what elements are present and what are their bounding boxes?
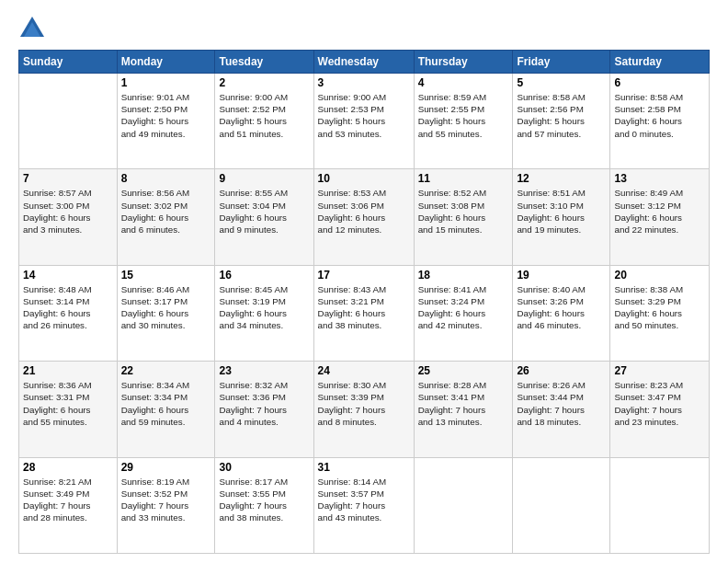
day-cell bbox=[414, 457, 513, 553]
day-info: Sunrise: 8:51 AM Sunset: 3:10 PM Dayligh… bbox=[517, 187, 606, 236]
day-number: 20 bbox=[614, 269, 705, 282]
day-info: Sunrise: 8:40 AM Sunset: 3:26 PM Dayligh… bbox=[517, 283, 606, 332]
day-info: Sunrise: 8:58 AM Sunset: 2:56 PM Dayligh… bbox=[517, 91, 606, 140]
day-number: 22 bbox=[121, 364, 211, 377]
day-number: 13 bbox=[614, 172, 705, 185]
day-number: 21 bbox=[23, 364, 113, 377]
day-number: 27 bbox=[614, 364, 705, 377]
day-cell bbox=[610, 457, 710, 553]
day-cell: 20Sunrise: 8:38 AM Sunset: 3:29 PM Dayli… bbox=[610, 265, 710, 361]
col-tuesday: Tuesday bbox=[215, 51, 313, 74]
day-number: 18 bbox=[418, 269, 509, 282]
day-cell bbox=[513, 457, 610, 553]
day-number: 19 bbox=[517, 269, 606, 282]
col-saturday: Saturday bbox=[610, 51, 710, 74]
day-cell: 4Sunrise: 8:59 AM Sunset: 2:55 PM Daylig… bbox=[414, 74, 513, 169]
header-row: Sunday Monday Tuesday Wednesday Thursday… bbox=[19, 51, 710, 74]
day-number: 3 bbox=[318, 76, 410, 89]
day-number: 6 bbox=[614, 76, 705, 89]
col-thursday: Thursday bbox=[414, 51, 513, 74]
day-cell: 23Sunrise: 8:32 AM Sunset: 3:36 PM Dayli… bbox=[215, 362, 313, 457]
day-number: 4 bbox=[418, 76, 509, 89]
day-cell: 1Sunrise: 9:01 AM Sunset: 2:50 PM Daylig… bbox=[117, 74, 215, 169]
col-wednesday: Wednesday bbox=[313, 51, 414, 74]
day-cell: 8Sunrise: 8:56 AM Sunset: 3:02 PM Daylig… bbox=[117, 169, 215, 265]
day-cell: 13Sunrise: 8:49 AM Sunset: 3:12 PM Dayli… bbox=[610, 169, 710, 265]
day-number: 30 bbox=[219, 461, 309, 474]
day-cell: 3Sunrise: 9:00 AM Sunset: 2:53 PM Daylig… bbox=[313, 74, 414, 169]
day-info: Sunrise: 8:28 AM Sunset: 3:41 PM Dayligh… bbox=[418, 379, 509, 428]
day-cell: 28Sunrise: 8:21 AM Sunset: 3:49 PM Dayli… bbox=[19, 457, 118, 553]
day-number: 31 bbox=[318, 461, 410, 474]
day-cell: 6Sunrise: 8:58 AM Sunset: 2:58 PM Daylig… bbox=[610, 74, 710, 169]
day-cell: 25Sunrise: 8:28 AM Sunset: 3:41 PM Dayli… bbox=[414, 362, 513, 457]
logo-icon bbox=[18, 15, 46, 42]
day-cell: 26Sunrise: 8:26 AM Sunset: 3:44 PM Dayli… bbox=[513, 362, 610, 457]
day-info: Sunrise: 8:57 AM Sunset: 3:00 PM Dayligh… bbox=[23, 187, 113, 236]
week-row-3: 21Sunrise: 8:36 AM Sunset: 3:31 PM Dayli… bbox=[19, 362, 710, 457]
day-cell: 17Sunrise: 8:43 AM Sunset: 3:21 PM Dayli… bbox=[313, 265, 414, 361]
day-info: Sunrise: 8:48 AM Sunset: 3:14 PM Dayligh… bbox=[23, 283, 113, 332]
day-number: 14 bbox=[23, 269, 113, 282]
day-number: 15 bbox=[121, 269, 211, 282]
day-number: 12 bbox=[517, 172, 606, 185]
day-cell: 9Sunrise: 8:55 AM Sunset: 3:04 PM Daylig… bbox=[215, 169, 313, 265]
day-cell: 19Sunrise: 8:40 AM Sunset: 3:26 PM Dayli… bbox=[513, 265, 610, 361]
day-info: Sunrise: 8:19 AM Sunset: 3:52 PM Dayligh… bbox=[121, 476, 211, 524]
day-cell: 12Sunrise: 8:51 AM Sunset: 3:10 PM Dayli… bbox=[513, 169, 610, 265]
col-sunday: Sunday bbox=[19, 51, 118, 74]
day-cell: 2Sunrise: 9:00 AM Sunset: 2:52 PM Daylig… bbox=[215, 74, 313, 169]
day-info: Sunrise: 8:55 AM Sunset: 3:04 PM Dayligh… bbox=[219, 187, 309, 236]
week-row-1: 7Sunrise: 8:57 AM Sunset: 3:00 PM Daylig… bbox=[19, 169, 710, 265]
day-info: Sunrise: 8:23 AM Sunset: 3:47 PM Dayligh… bbox=[614, 379, 705, 428]
day-number: 5 bbox=[517, 76, 606, 89]
day-number: 23 bbox=[219, 364, 309, 377]
day-info: Sunrise: 8:56 AM Sunset: 3:02 PM Dayligh… bbox=[121, 187, 211, 236]
day-cell: 10Sunrise: 8:53 AM Sunset: 3:06 PM Dayli… bbox=[313, 169, 414, 265]
day-cell bbox=[19, 74, 118, 169]
day-number: 17 bbox=[318, 269, 410, 282]
day-cell: 14Sunrise: 8:48 AM Sunset: 3:14 PM Dayli… bbox=[19, 265, 118, 361]
day-info: Sunrise: 8:59 AM Sunset: 2:55 PM Dayligh… bbox=[418, 91, 509, 140]
week-row-2: 14Sunrise: 8:48 AM Sunset: 3:14 PM Dayli… bbox=[19, 265, 710, 361]
day-cell: 18Sunrise: 8:41 AM Sunset: 3:24 PM Dayli… bbox=[414, 265, 513, 361]
day-cell: 21Sunrise: 8:36 AM Sunset: 3:31 PM Dayli… bbox=[19, 362, 118, 457]
day-info: Sunrise: 8:38 AM Sunset: 3:29 PM Dayligh… bbox=[614, 283, 705, 332]
day-info: Sunrise: 8:52 AM Sunset: 3:08 PM Dayligh… bbox=[418, 187, 509, 236]
day-info: Sunrise: 9:01 AM Sunset: 2:50 PM Dayligh… bbox=[121, 91, 211, 140]
day-number: 1 bbox=[121, 76, 211, 89]
day-info: Sunrise: 8:43 AM Sunset: 3:21 PM Dayligh… bbox=[318, 283, 410, 332]
day-info: Sunrise: 8:53 AM Sunset: 3:06 PM Dayligh… bbox=[318, 187, 410, 236]
col-monday: Monday bbox=[117, 51, 215, 74]
day-info: Sunrise: 8:49 AM Sunset: 3:12 PM Dayligh… bbox=[614, 187, 705, 236]
day-cell: 29Sunrise: 8:19 AM Sunset: 3:52 PM Dayli… bbox=[117, 457, 215, 553]
day-info: Sunrise: 9:00 AM Sunset: 2:52 PM Dayligh… bbox=[219, 91, 309, 140]
week-row-4: 28Sunrise: 8:21 AM Sunset: 3:49 PM Dayli… bbox=[19, 457, 710, 553]
col-friday: Friday bbox=[513, 51, 610, 74]
calendar-table: Sunday Monday Tuesday Wednesday Thursday… bbox=[18, 50, 710, 554]
day-info: Sunrise: 9:00 AM Sunset: 2:53 PM Dayligh… bbox=[318, 91, 410, 140]
day-number: 25 bbox=[418, 364, 509, 377]
day-info: Sunrise: 8:21 AM Sunset: 3:49 PM Dayligh… bbox=[23, 476, 113, 524]
day-number: 11 bbox=[418, 172, 509, 185]
day-info: Sunrise: 8:14 AM Sunset: 3:57 PM Dayligh… bbox=[318, 476, 410, 524]
day-number: 16 bbox=[219, 269, 309, 282]
day-info: Sunrise: 8:17 AM Sunset: 3:55 PM Dayligh… bbox=[219, 476, 309, 524]
day-cell: 22Sunrise: 8:34 AM Sunset: 3:34 PM Dayli… bbox=[117, 362, 215, 457]
day-cell: 27Sunrise: 8:23 AM Sunset: 3:47 PM Dayli… bbox=[610, 362, 710, 457]
day-number: 8 bbox=[121, 172, 211, 185]
page: Sunday Monday Tuesday Wednesday Thursday… bbox=[0, 0, 728, 563]
day-info: Sunrise: 8:30 AM Sunset: 3:39 PM Dayligh… bbox=[318, 379, 410, 428]
day-cell: 7Sunrise: 8:57 AM Sunset: 3:00 PM Daylig… bbox=[19, 169, 118, 265]
day-cell: 24Sunrise: 8:30 AM Sunset: 3:39 PM Dayli… bbox=[313, 362, 414, 457]
day-number: 24 bbox=[318, 364, 410, 377]
day-info: Sunrise: 8:58 AM Sunset: 2:58 PM Dayligh… bbox=[614, 91, 705, 140]
day-number: 9 bbox=[219, 172, 309, 185]
day-info: Sunrise: 8:34 AM Sunset: 3:34 PM Dayligh… bbox=[121, 379, 211, 428]
day-number: 29 bbox=[121, 461, 211, 474]
day-info: Sunrise: 8:36 AM Sunset: 3:31 PM Dayligh… bbox=[23, 379, 113, 428]
day-number: 7 bbox=[23, 172, 113, 185]
day-info: Sunrise: 8:45 AM Sunset: 3:19 PM Dayligh… bbox=[219, 283, 309, 332]
day-number: 2 bbox=[219, 76, 309, 89]
day-number: 10 bbox=[318, 172, 410, 185]
